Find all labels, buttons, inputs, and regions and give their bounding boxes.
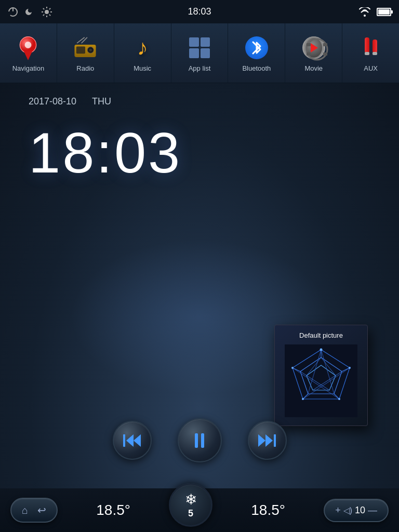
home-back-button[interactable]: ⌂ ↩: [10, 498, 58, 523]
svg-rect-27: [373, 39, 377, 53]
nav-icon-aux: [357, 34, 384, 61]
next-button[interactable]: [248, 421, 287, 460]
home-icon: ⌂: [22, 504, 28, 516]
status-right-icons: [359, 7, 391, 17]
svg-line-7: [43, 8, 44, 9]
svg-line-10: [43, 14, 44, 15]
status-time: 18:03: [188, 6, 211, 17]
nav-label-movie: Movie: [304, 64, 323, 72]
svg-rect-26: [365, 52, 369, 55]
fan-level: 5: [188, 508, 193, 519]
nav-item-aux[interactable]: AUX: [342, 23, 399, 83]
temp-right: 18.5°: [251, 502, 285, 518]
nav-icon-movie: [300, 34, 327, 61]
svg-point-47: [349, 367, 351, 369]
nav-label-applist: App list: [189, 64, 211, 72]
svg-point-46: [320, 348, 323, 351]
album-box: Default picture: [274, 325, 368, 426]
play-pause-button[interactable]: [178, 418, 222, 462]
svg-marker-13: [24, 51, 33, 60]
nav-label-radio: Radio: [76, 64, 94, 72]
prev-button[interactable]: [113, 421, 152, 460]
status-bar: 18:03: [0, 0, 399, 23]
volume-button[interactable]: + ◁) 10 —: [324, 499, 389, 522]
nav-label-navigation: Navigation: [12, 64, 44, 72]
nav-icon-music: ♪: [129, 34, 156, 61]
svg-point-17: [89, 48, 92, 51]
album-graphic: [285, 344, 357, 417]
nav-label-bluetooth: Bluetooth: [242, 64, 271, 72]
main-content: 2017-08-10 THU 18:03 Default picture: [0, 83, 399, 488]
clock-display: 18:03: [29, 119, 182, 185]
svg-rect-23: [307, 52, 311, 56]
nav-icon-bluetooth: [243, 34, 270, 61]
svg-point-48: [338, 398, 340, 400]
svg-line-19: [82, 37, 87, 43]
svg-point-2: [45, 10, 49, 14]
nav-icon-navigation: [15, 34, 42, 61]
moon-icon: [24, 7, 35, 17]
wifi-icon: [359, 7, 370, 17]
battery-icon: [377, 8, 391, 16]
day-text: THU: [92, 96, 111, 107]
svg-rect-28: [373, 52, 377, 55]
date-display: 2017-08-10 THU: [29, 96, 111, 107]
svg-rect-24: [323, 52, 327, 56]
player-controls: [0, 418, 399, 462]
temp-left: 18.5°: [96, 502, 130, 518]
nav-item-radio[interactable]: Radio: [57, 23, 114, 83]
svg-rect-21: [307, 43, 311, 46]
brightness-icon: [41, 6, 52, 18]
svg-line-8: [49, 14, 50, 15]
nav-item-music[interactable]: ♪ Music: [114, 23, 171, 83]
music-note-icon: ♪: [137, 35, 148, 60]
album-art[interactable]: Default picture: [274, 325, 368, 426]
volume-speaker-icon: ◁): [343, 506, 352, 515]
fan-button[interactable]: ❄ 5: [169, 483, 212, 527]
nav-icon-applist: [186, 34, 213, 61]
nav-item-navigation[interactable]: Navigation: [0, 23, 57, 83]
svg-line-18: [77, 37, 85, 43]
bluetooth-circle: [245, 36, 268, 59]
nav-icon-radio: [72, 34, 99, 61]
nav-label-aux: AUX: [364, 64, 378, 72]
back-icon: ↩: [37, 504, 46, 516]
svg-rect-15: [76, 46, 85, 54]
nav-item-movie[interactable]: Movie: [285, 23, 342, 83]
status-left-icons: [8, 6, 52, 18]
date-text: 2017-08-10: [29, 96, 76, 107]
nav-label-music: Music: [134, 64, 151, 72]
nav-bar: Navigation Radio: [0, 23, 399, 83]
bottom-bar: ⌂ ↩ 18.5° ❄ 5 18.5° + ◁) 10 —: [0, 488, 399, 532]
album-title: Default picture: [299, 331, 343, 339]
volume-plus-icon: +: [335, 505, 341, 516]
svg-point-50: [291, 367, 294, 369]
fan-icon: ❄: [185, 491, 197, 508]
svg-rect-1: [12, 7, 14, 11]
svg-rect-22: [323, 43, 327, 46]
volume-level: 10: [355, 505, 365, 516]
power-icon: [8, 7, 18, 17]
svg-rect-25: [365, 37, 369, 53]
svg-point-12: [25, 42, 32, 48]
nav-item-applist[interactable]: App list: [171, 23, 229, 83]
svg-line-9: [49, 8, 50, 9]
svg-point-49: [302, 398, 304, 400]
nav-item-bluetooth[interactable]: Bluetooth: [228, 23, 285, 83]
volume-minus-icon: —: [368, 505, 377, 516]
